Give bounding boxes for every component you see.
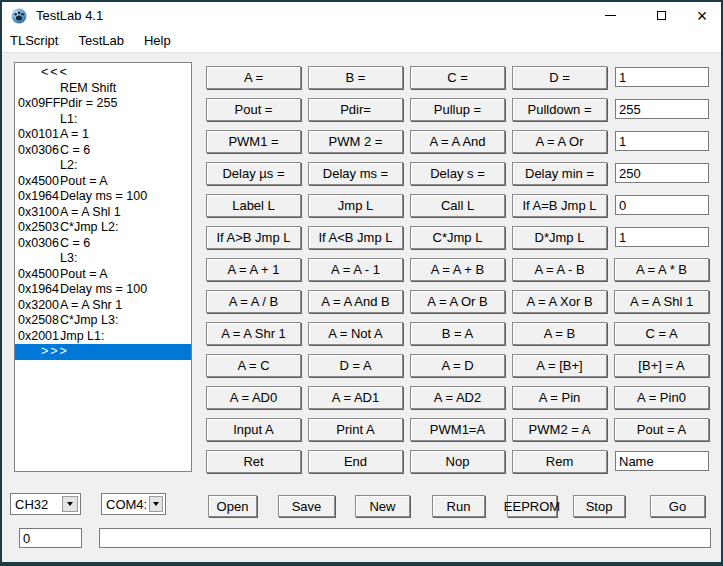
instr-button[interactable]: A = A Or B — [410, 290, 505, 313]
instr-button[interactable]: Pulldown = — [512, 98, 607, 121]
counter-field[interactable] — [19, 528, 82, 548]
instr-button[interactable]: Rem — [512, 450, 607, 473]
device-combo[interactable]: CH32 — [10, 493, 81, 515]
instr-button[interactable]: A = A And B — [308, 290, 403, 313]
listing-line[interactable]: 0x4500Pout = A — [15, 174, 191, 190]
instr-button[interactable]: A = AD2 — [410, 386, 505, 409]
operand-input[interactable] — [615, 195, 709, 215]
instr-button[interactable]: Delay s = — [410, 162, 505, 185]
operand-input[interactable] — [615, 163, 709, 183]
listing-line[interactable]: 0x1964Delay ms = 100 — [15, 189, 191, 205]
instr-button[interactable]: D = A — [308, 354, 403, 377]
instr-button[interactable]: A = A Shl 1 — [614, 290, 709, 313]
listing-line[interactable]: L2: — [15, 158, 191, 174]
instr-button[interactable]: A = — [206, 66, 301, 89]
instr-button[interactable]: PWM1=A — [410, 418, 505, 441]
instr-button[interactable]: A = B — [512, 322, 607, 345]
listing-line[interactable]: 0x2508C*Jmp L3: — [15, 313, 191, 329]
instr-button[interactable]: A = A Shr 1 — [206, 322, 301, 345]
listing-line[interactable]: L3: — [15, 251, 191, 267]
instr-button[interactable]: B = — [308, 66, 403, 89]
instr-button[interactable]: A = A * B — [614, 258, 709, 281]
instr-button[interactable]: Delay µs = — [206, 162, 301, 185]
close-button[interactable]: × — [686, 2, 718, 29]
message-field[interactable] — [99, 528, 711, 548]
instr-button[interactable]: A = D — [410, 354, 505, 377]
listing-line[interactable]: 0x09FFPdir = 255 — [15, 96, 191, 112]
instr-button[interactable]: If A>B Jmp L — [206, 226, 301, 249]
instr-button[interactable]: D = — [512, 66, 607, 89]
listing-line[interactable]: 0x2503C*Jmp L2: — [15, 220, 191, 236]
program-listing[interactable]: <<<REM Shift0x09FFPdir = 255L1:0x0101A =… — [14, 62, 192, 472]
eeprom-button[interactable]: EEPROM — [507, 495, 557, 517]
listing-line[interactable]: L1: — [15, 112, 191, 128]
chevron-down-icon[interactable] — [149, 496, 163, 512]
instr-button[interactable]: A = A And — [410, 130, 505, 153]
menu-item-testlab[interactable]: TestLab — [68, 30, 134, 52]
instr-button[interactable]: PWM2 = A — [512, 418, 607, 441]
instr-button[interactable]: A = A - 1 — [308, 258, 403, 281]
chevron-down-icon[interactable] — [62, 496, 78, 512]
instr-button[interactable]: Delay ms = — [308, 162, 403, 185]
instr-button[interactable]: C = A — [614, 322, 709, 345]
listing-line[interactable]: 0x1964Delay ms = 100 — [15, 282, 191, 298]
instr-button[interactable]: C*Jmp L — [410, 226, 505, 249]
instr-button[interactable]: A = Pin — [512, 386, 607, 409]
listing-line[interactable]: 0x2001Jmp L1: — [15, 329, 191, 345]
port-combo[interactable]: COM4: — [101, 493, 166, 515]
maximize-button[interactable] — [645, 2, 677, 29]
operand-input[interactable] — [615, 131, 709, 151]
stop-button[interactable]: Stop — [573, 495, 625, 517]
instr-button[interactable]: PWM 2 = — [308, 130, 403, 153]
instr-button[interactable]: If A<B Jmp L — [308, 226, 403, 249]
listing-line[interactable]: 0x0306C = 6 — [15, 236, 191, 252]
instr-button[interactable]: Jmp L — [308, 194, 403, 217]
instr-button[interactable]: A = A - B — [512, 258, 607, 281]
operand-input[interactable] — [615, 99, 709, 119]
instr-button[interactable]: A = A Xor B — [512, 290, 607, 313]
instr-button[interactable]: End — [308, 450, 403, 473]
listing-line[interactable]: 0x3100A = A Shl 1 — [15, 205, 191, 221]
instr-button[interactable]: Nop — [410, 450, 505, 473]
listing-line[interactable]: 0x0101A = 1 — [15, 127, 191, 143]
instr-button[interactable]: B = A — [410, 322, 505, 345]
instr-button[interactable]: Label L — [206, 194, 301, 217]
listing-line[interactable]: >>> — [15, 344, 191, 360]
instr-button[interactable]: A = A / B — [206, 290, 301, 313]
instr-button[interactable]: A = A Or — [512, 130, 607, 153]
listing-line[interactable]: REM Shift — [15, 81, 191, 97]
operand-input[interactable] — [615, 67, 709, 87]
listing-line[interactable]: 0x3200A = A Shr 1 — [15, 298, 191, 314]
operand-input[interactable] — [615, 451, 709, 471]
instr-button[interactable]: A = A + B — [410, 258, 505, 281]
instr-button[interactable]: Pout = — [206, 98, 301, 121]
instr-button[interactable]: PWM1 = — [206, 130, 301, 153]
instr-button[interactable]: Delay min = — [512, 162, 607, 185]
instr-button[interactable]: A = AD0 — [206, 386, 301, 409]
new-button[interactable]: New — [355, 495, 410, 517]
instr-button[interactable]: A = Not A — [308, 322, 403, 345]
instr-button[interactable]: C = — [410, 66, 505, 89]
instr-button[interactable]: [B+] = A — [614, 354, 709, 377]
minimize-button[interactable] — [594, 2, 626, 29]
instr-button[interactable]: Call L — [410, 194, 505, 217]
instr-button[interactable]: Pout = A — [614, 418, 709, 441]
instr-button[interactable]: Pdir= — [308, 98, 403, 121]
instr-button[interactable]: Print A — [308, 418, 403, 441]
operand-input[interactable] — [615, 227, 709, 247]
menu-item-tlscript[interactable]: TLScript — [2, 30, 68, 52]
instr-button[interactable]: A = Pin0 — [614, 386, 709, 409]
listing-line[interactable]: 0x4500Pout = A — [15, 267, 191, 283]
instr-button[interactable]: Ret — [206, 450, 301, 473]
instr-button[interactable]: A = C — [206, 354, 301, 377]
instr-button[interactable]: A = AD1 — [308, 386, 403, 409]
run-button[interactable]: Run — [432, 495, 485, 517]
listing-line[interactable]: <<< — [15, 65, 191, 81]
go-button[interactable]: Go — [650, 495, 705, 517]
instr-button[interactable]: If A=B Jmp L — [512, 194, 607, 217]
instr-button[interactable]: Input A — [206, 418, 301, 441]
menu-item-help[interactable]: Help — [134, 30, 181, 52]
instr-button[interactable]: Pullup = — [410, 98, 505, 121]
instr-button[interactable]: D*Jmp L — [512, 226, 607, 249]
instr-button[interactable]: A = A + 1 — [206, 258, 301, 281]
